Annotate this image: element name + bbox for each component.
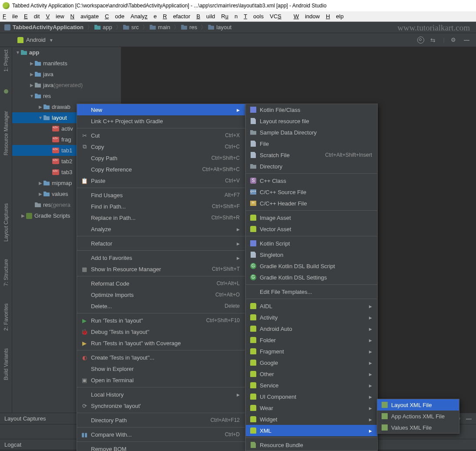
- tree-item[interactable]: manifests: [12, 58, 121, 69]
- menu-item[interactable]: Other: [246, 368, 377, 380]
- menu-item[interactable]: ⧉CopyCtrl+C: [77, 141, 245, 152]
- scope-dropdown[interactable]: Android▼: [26, 37, 54, 43]
- menu-item[interactable]: c++C/C++ Source File: [246, 186, 377, 198]
- menu-item[interactable]: Resource Bundle: [246, 439, 377, 451]
- menu-file[interactable]: File: [3, 13, 18, 20]
- tab-structure[interactable]: 7: Structure: [3, 259, 9, 286]
- menu-vcs[interactable]: VCS: [270, 13, 288, 20]
- menu-item[interactable]: Image Asset: [246, 212, 377, 223]
- android-icon: [249, 405, 257, 411]
- menu-item[interactable]: Scratch FileCtrl+Alt+Shift+Insert: [246, 149, 377, 161]
- crumb-res[interactable]: res: [181, 24, 197, 30]
- menu-item[interactable]: File: [246, 138, 377, 149]
- menu-item[interactable]: ▶Run 'Tests in 'layout'' with Coverage: [77, 337, 245, 349]
- menu-item[interactable]: Sample Data Directory: [246, 127, 377, 138]
- crumb-src[interactable]: src: [123, 24, 139, 30]
- menu-item[interactable]: Folder: [246, 334, 377, 346]
- menu-item[interactable]: ▮▮Compare With...Ctrl+D: [77, 429, 245, 440]
- menu-refactor[interactable]: Refactor: [163, 13, 190, 20]
- menu-item[interactable]: Singleton: [246, 249, 377, 260]
- menu-item[interactable]: Replace in Path...Ctrl+Shift+R: [77, 212, 245, 223]
- tree-root[interactable]: app: [12, 47, 121, 58]
- crumb-layout[interactable]: layout: [208, 24, 231, 30]
- menu-item[interactable]: Activity: [246, 312, 377, 323]
- menu-item[interactable]: ▶Run 'Tests in 'layout''Ctrl+Shift+F10: [77, 315, 245, 326]
- tab-favorites[interactable]: 2: Favorites: [3, 303, 9, 331]
- menu-item[interactable]: Layout XML File: [377, 399, 459, 411]
- tab-layout-captures[interactable]: Layout Captures: [3, 203, 9, 242]
- menu-item[interactable]: Values XML File: [377, 422, 459, 433]
- menu-item[interactable]: Google: [246, 357, 377, 368]
- menu-item[interactable]: Vector Asset: [246, 223, 377, 235]
- gear-icon[interactable]: ⚙: [451, 37, 458, 44]
- tree-item[interactable]: java (generated): [12, 80, 121, 91]
- menu-item[interactable]: XML: [246, 425, 377, 436]
- menu-item[interactable]: SC++ Class: [246, 175, 377, 186]
- tab-build-variants[interactable]: Build Variants: [3, 348, 9, 380]
- menu-item[interactable]: Show in Explorer: [77, 363, 245, 374]
- tab-resource-manager[interactable]: Resource Manager: [3, 111, 9, 155]
- tree-item[interactable]: res: [12, 91, 121, 101]
- menu-item[interactable]: Remove BOM: [77, 443, 245, 451]
- menu-item[interactable]: 🐞Debug 'Tests in 'layout'': [77, 326, 245, 337]
- menu-item[interactable]: Reformat CodeCtrl+Alt+L: [77, 278, 245, 289]
- menu-item[interactable]: Kotlin File/Class: [246, 104, 377, 115]
- menu-analyze[interactable]: Analyze: [131, 13, 157, 20]
- crumb-main[interactable]: main: [150, 24, 170, 30]
- menu-window[interactable]: Window: [294, 13, 320, 20]
- menu-item[interactable]: Add to Favorites: [77, 252, 245, 263]
- menu-help[interactable]: Help: [326, 13, 344, 20]
- menu-item[interactable]: GGradle Kotlin DSL Settings: [246, 272, 377, 283]
- menu-tools[interactable]: Tools: [244, 13, 264, 20]
- menu-item[interactable]: New: [77, 104, 245, 115]
- menu-item[interactable]: Wear: [246, 402, 377, 414]
- menu-item[interactable]: Edit File Templates...: [246, 286, 377, 297]
- tab-project[interactable]: 1: Project: [3, 50, 9, 72]
- menu-build[interactable]: Build: [196, 13, 215, 20]
- tree-item[interactable]: java: [12, 69, 121, 80]
- menu-item[interactable]: Local History: [77, 389, 245, 400]
- menu-code[interactable]: Code: [105, 13, 124, 20]
- menu-item[interactable]: Link C++ Project with Gradle: [77, 115, 245, 127]
- menu-item[interactable]: Analyze: [77, 223, 245, 235]
- menu-item[interactable]: ◐Create 'Tests in 'layout''...: [77, 352, 245, 363]
- menu-item[interactable]: Android Auto: [246, 323, 377, 334]
- menu-run[interactable]: Run: [221, 13, 238, 20]
- menu-item[interactable]: ✂CutCtrl+X: [77, 130, 245, 141]
- run-icon: ▶: [80, 317, 88, 324]
- menu-item[interactable]: Refactor: [77, 238, 245, 249]
- menu-item[interactable]: ⟳Synchronize 'layout': [77, 400, 245, 411]
- menu-item[interactable]: Directory: [246, 161, 377, 172]
- menu-item[interactable]: Widget: [246, 414, 377, 425]
- menu-item[interactable]: Kotlin Script: [246, 238, 377, 249]
- menu-item[interactable]: GGradle Kotlin DSL Build Script: [246, 260, 377, 272]
- collapse-icon[interactable]: ⇆: [430, 37, 437, 44]
- crumb-app[interactable]: app: [94, 24, 112, 30]
- menu-item[interactable]: UI Component: [246, 391, 377, 402]
- minimize-icon[interactable]: —: [466, 415, 472, 422]
- minimize-icon[interactable]: —: [464, 37, 471, 44]
- menu-view[interactable]: View: [46, 13, 64, 20]
- crumb-project[interactable]: TabbedActivityApplication: [4, 24, 84, 30]
- menu-item[interactable]: 📋PasteCtrl+V: [77, 175, 245, 186]
- s-icon: S: [249, 178, 257, 184]
- menu-item[interactable]: ▦Show In Resource ManagerCtrl+Shift+T: [77, 263, 245, 275]
- menu-item[interactable]: Copy PathCtrl+Shift+C: [77, 152, 245, 164]
- menu-item[interactable]: Optimize ImportsCtrl+Alt+O: [77, 289, 245, 300]
- menu-item[interactable]: Directory PathCtrl+Alt+F12: [77, 414, 245, 426]
- menu-navigate[interactable]: Navigate: [70, 13, 99, 20]
- target-icon[interactable]: [417, 37, 424, 44]
- menu-item[interactable]: Find UsagesAlt+F7: [77, 189, 245, 201]
- menu-item[interactable]: Find in Path...Ctrl+Shift+F: [77, 201, 245, 212]
- menu-item[interactable]: Copy ReferenceCtrl+Alt+Shift+C: [77, 164, 245, 175]
- menu-item[interactable]: Layout resource file: [246, 115, 377, 127]
- menu-item[interactable]: Service: [246, 380, 377, 391]
- menu-edit[interactable]: Edit: [24, 13, 40, 20]
- menu-item[interactable]: ▣Open in Terminal: [77, 374, 245, 386]
- menu-item[interactable]: HC/C++ Header File: [246, 198, 377, 209]
- status-dot-icon: [4, 89, 8, 94]
- menu-item[interactable]: App Actions XML File: [377, 411, 459, 422]
- menu-item[interactable]: Fragment: [246, 346, 377, 357]
- menu-item[interactable]: AIDL: [246, 300, 377, 312]
- menu-item[interactable]: Delete...Delete: [77, 300, 245, 312]
